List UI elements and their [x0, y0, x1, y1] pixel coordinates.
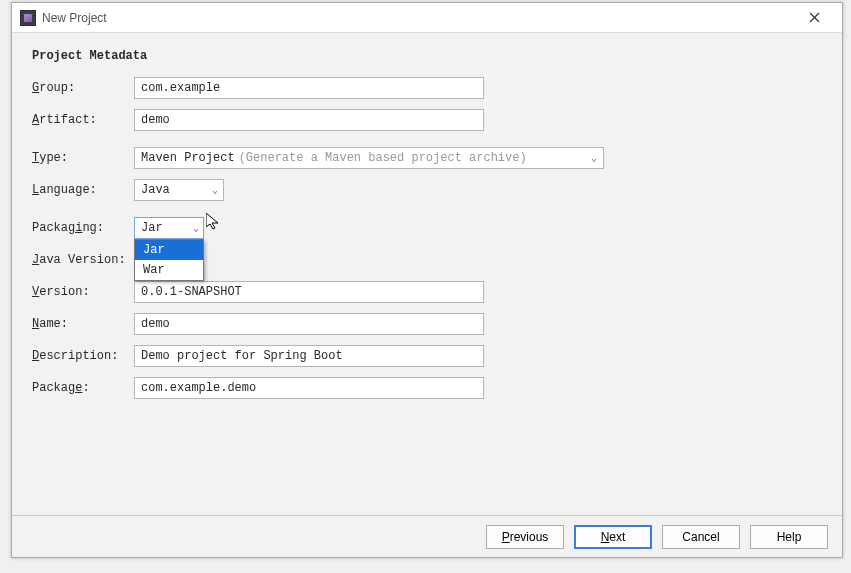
intellij-icon [20, 10, 36, 26]
packaging-option-jar[interactable]: Jar [135, 240, 203, 260]
group-input[interactable] [134, 77, 484, 99]
close-icon [809, 12, 820, 23]
button-bar: Previous Next Cancel Help [12, 515, 842, 557]
chevron-down-icon: ⌄ [591, 152, 597, 164]
section-title: Project Metadata [32, 49, 822, 63]
packaging-label: Packaging: [32, 221, 134, 235]
java-version-label: Java Version: [32, 253, 134, 267]
packaging-option-war[interactable]: War [135, 260, 203, 280]
artifact-input[interactable] [134, 109, 484, 131]
packaging-dropdown: Jar War [134, 239, 204, 281]
type-label: Type: [32, 151, 134, 165]
packaging-select[interactable]: Jar ⌄ [134, 217, 204, 239]
chevron-down-icon: ⌄ [193, 222, 199, 234]
previous-button[interactable]: Previous [486, 525, 564, 549]
name-input[interactable] [134, 313, 484, 335]
close-button[interactable] [794, 4, 834, 32]
chevron-down-icon: ⌄ [212, 184, 218, 196]
type-select[interactable]: Maven Project (Generate a Maven based pr… [134, 147, 604, 169]
packaging-value: Jar [141, 221, 163, 235]
name-label: Name: [32, 317, 134, 331]
window-title: New Project [42, 11, 794, 25]
help-button[interactable]: Help [750, 525, 828, 549]
language-label: Language: [32, 183, 134, 197]
version-label: Version: [32, 285, 134, 299]
group-label: Group: [32, 81, 134, 95]
package-label: Package: [32, 381, 134, 395]
description-label: Description: [32, 349, 134, 363]
new-project-dialog: New Project Project Metadata Group: Arti… [11, 2, 843, 558]
type-value: Maven Project [141, 151, 235, 165]
next-button[interactable]: Next [574, 525, 652, 549]
cancel-button[interactable]: Cancel [662, 525, 740, 549]
package-input[interactable] [134, 377, 484, 399]
description-input[interactable] [134, 345, 484, 367]
titlebar: New Project [12, 3, 842, 33]
type-hint: (Generate a Maven based project archive) [239, 151, 527, 165]
version-input[interactable] [134, 281, 484, 303]
language-value: Java [141, 183, 170, 197]
dialog-content: Project Metadata Group: Artifact: Type: … [12, 33, 842, 399]
language-select[interactable]: Java ⌄ [134, 179, 224, 201]
artifact-label: Artifact: [32, 113, 134, 127]
